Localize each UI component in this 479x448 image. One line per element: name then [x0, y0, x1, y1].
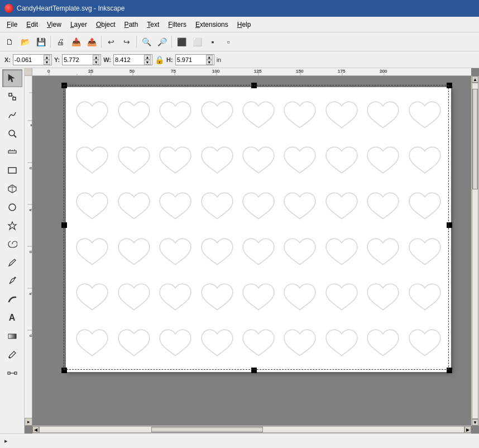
- calligraphy-tool-button[interactable]: [2, 290, 22, 308]
- h-spin-down[interactable]: ▼: [206, 60, 213, 65]
- align-left-button[interactable]: ⬛: [174, 35, 189, 49]
- handle-tr[interactable]: [447, 83, 452, 88]
- expand-icon[interactable]: ▸: [4, 437, 8, 445]
- heart-icon: [408, 327, 442, 360]
- heart-cell: [71, 184, 113, 230]
- heart-icon: [117, 99, 151, 132]
- connector-tool-button[interactable]: [2, 364, 22, 382]
- scroll-left-arrow[interactable]: ◀: [32, 426, 39, 433]
- scroll-track-v[interactable]: [472, 83, 478, 419]
- lock-icon[interactable]: 🔒: [155, 55, 164, 64]
- new-button[interactable]: 🗋: [2, 35, 17, 49]
- heart-icon: [324, 282, 359, 314]
- expand-button[interactable]: ▸: [25, 418, 32, 426]
- align-center-button[interactable]: ⬜: [190, 35, 204, 49]
- menu-text[interactable]: Text: [142, 18, 164, 31]
- scroll-up-arrow[interactable]: ▲: [472, 76, 478, 83]
- coordbar: X: ▲ ▼ Y: ▲ ▼ W: ▲ ▼ 🔒 H: ▲ ▼ in: [0, 51, 479, 68]
- menu-edit[interactable]: Edit: [22, 18, 42, 31]
- handle-bl[interactable]: [61, 368, 67, 373]
- scroll-right-arrow[interactable]: ▶: [464, 426, 471, 433]
- align-top-button[interactable]: ▫: [221, 35, 236, 49]
- open-button[interactable]: 📂: [18, 35, 32, 49]
- import-button[interactable]: 📥: [69, 35, 83, 49]
- handle-tc[interactable]: [251, 83, 257, 88]
- handle-bc[interactable]: [251, 368, 257, 373]
- menu-help[interactable]: Help: [233, 18, 256, 31]
- canvas-container[interactable]: 0 25 50 75 100 125 150 175 200: [25, 68, 479, 433]
- zoom-in-button[interactable]: 🔍: [139, 35, 154, 49]
- heart-icon: [117, 145, 151, 177]
- menu-file[interactable]: File: [2, 18, 22, 31]
- align-right-button[interactable]: ▪: [205, 35, 220, 49]
- node-tool-button[interactable]: [2, 88, 22, 106]
- w-spinners[interactable]: ▲ ▼: [144, 55, 151, 65]
- dropper-tool-button[interactable]: [2, 346, 22, 364]
- heart-icon: [200, 190, 234, 223]
- y-input[interactable]: [64, 56, 92, 63]
- tweak-tool-button[interactable]: [2, 106, 22, 124]
- handle-tl[interactable]: [61, 83, 67, 88]
- measure-tool-button[interactable]: [2, 143, 22, 161]
- zoom-out-button[interactable]: 🔎: [155, 35, 169, 49]
- y-spinners[interactable]: ▲ ▼: [93, 55, 99, 65]
- text-tool-button[interactable]: A: [2, 309, 22, 327]
- handle-mr[interactable]: [447, 222, 452, 228]
- menu-extensions[interactable]: Extensions: [191, 18, 233, 31]
- export-button[interactable]: 📤: [84, 35, 99, 49]
- menu-filters[interactable]: Filters: [164, 18, 191, 31]
- menu-object[interactable]: Object: [92, 18, 120, 31]
- rect-tool-button[interactable]: [2, 161, 22, 179]
- w-input-wrapper[interactable]: ▲ ▼: [113, 54, 152, 65]
- x-input-wrapper[interactable]: ▲ ▼: [13, 54, 52, 65]
- redo-button[interactable]: ↪: [119, 35, 134, 49]
- handle-br[interactable]: [447, 368, 452, 373]
- menu-path[interactable]: Path: [120, 18, 143, 31]
- select-tool-button[interactable]: [2, 69, 22, 87]
- heart-icon: [408, 145, 442, 177]
- canvas[interactable]: [32, 76, 471, 426]
- 3dbox-tool-button[interactable]: [2, 180, 22, 198]
- heart-cell: [71, 321, 113, 366]
- scroll-down-arrow[interactable]: ▼: [472, 419, 478, 426]
- titlebar: CandyHeartTemplate.svg - Inkscape: [0, 0, 479, 17]
- heart-cell: [362, 139, 404, 184]
- scroll-thumb-h[interactable]: [151, 427, 263, 432]
- h-input-wrapper[interactable]: ▲ ▼: [175, 54, 214, 65]
- h-input[interactable]: [177, 56, 205, 63]
- w-spin-down[interactable]: ▼: [144, 60, 151, 65]
- scrollbar-right[interactable]: ▲ ▼: [471, 76, 479, 426]
- scroll-track-h[interactable]: [39, 426, 464, 433]
- spiral-tool-button[interactable]: [2, 235, 22, 253]
- menu-view[interactable]: View: [42, 18, 66, 31]
- h-spinners[interactable]: ▲ ▼: [206, 55, 213, 65]
- gradient-tool-button[interactable]: [2, 327, 22, 345]
- y-input-wrapper[interactable]: ▲ ▼: [62, 54, 101, 65]
- x-spin-up[interactable]: ▲: [44, 55, 50, 60]
- scrollbar-bottom[interactable]: ◀ ▶: [32, 426, 471, 433]
- circle-tool-button[interactable]: [2, 198, 22, 216]
- pen-tool-button[interactable]: [2, 272, 22, 290]
- star-tool-button[interactable]: [2, 217, 22, 235]
- h-spin-up[interactable]: ▲: [206, 55, 213, 60]
- x-label: X:: [4, 56, 11, 63]
- pencil-tool-button[interactable]: [2, 254, 22, 271]
- undo-button[interactable]: ↩: [104, 35, 118, 49]
- heart-icon: [282, 145, 317, 177]
- handle-ml[interactable]: [61, 222, 67, 228]
- scroll-thumb-v[interactable]: [472, 89, 478, 189]
- menu-layer[interactable]: Layer: [66, 18, 92, 31]
- y-spin-up[interactable]: ▲: [93, 55, 99, 60]
- save-button[interactable]: 💾: [33, 35, 48, 49]
- heart-cell: [404, 321, 446, 366]
- x-spinners[interactable]: ▲ ▼: [44, 55, 50, 65]
- w-input[interactable]: [115, 56, 143, 63]
- x-input[interactable]: [15, 56, 42, 63]
- heart-cell: [71, 275, 113, 321]
- y-spin-down[interactable]: ▼: [93, 60, 99, 65]
- x-spin-down[interactable]: ▼: [44, 60, 50, 65]
- zoom-tool-button[interactable]: [2, 125, 22, 142]
- print-button[interactable]: 🖨: [53, 35, 68, 49]
- heart-icon: [241, 236, 276, 269]
- w-spin-up[interactable]: ▲: [144, 55, 151, 60]
